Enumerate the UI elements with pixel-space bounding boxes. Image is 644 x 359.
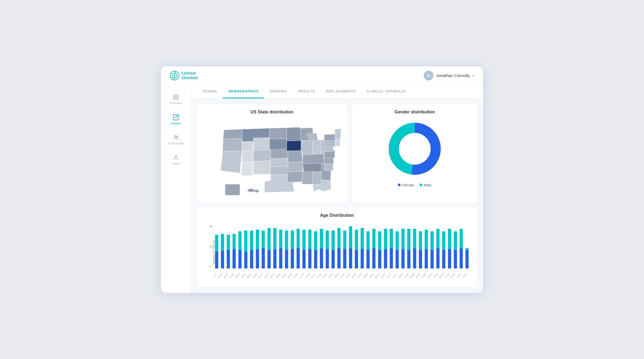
svg-text:52%: 52%: [400, 147, 407, 151]
insights-icon: [173, 114, 179, 120]
participants-icon: [173, 134, 179, 141]
svg-marker-37: [312, 140, 321, 154]
svg-rect-164: [407, 250, 410, 268]
user-section[interactable]: JC Jonathan Connolly ▾: [424, 71, 474, 81]
svg-marker-33: [287, 171, 303, 182]
svg-rect-4: [177, 95, 178, 97]
bars-svg: 007-17005-19003-21001-23099-25097-27095-…: [214, 225, 470, 282]
tab-replacements[interactable]: REPLACEMENTS: [320, 85, 361, 98]
svg-text:055-69: 055-69: [363, 273, 369, 278]
svg-rect-83: [250, 250, 253, 268]
tab-clinical-outreach[interactable]: CLINICAL OUTREACH: [361, 85, 411, 98]
donut-svg: 52% 48%: [385, 119, 445, 179]
svg-rect-76: [238, 231, 242, 250]
svg-text:031-93: 031-93: [433, 273, 438, 278]
svg-marker-52: [335, 138, 340, 146]
svg-rect-110: [302, 250, 306, 268]
svg-rect-109: [302, 230, 306, 250]
svg-rect-158: [395, 250, 399, 268]
svg-marker-21: [253, 150, 271, 161]
content-area: US State distribution: [191, 99, 483, 293]
svg-rect-169: [419, 231, 422, 250]
svg-rect-74: [233, 249, 236, 268]
svg-text:095-29: 095-29: [247, 273, 252, 278]
svg-rect-67: [221, 234, 224, 250]
svg-rect-136: [355, 230, 358, 250]
svg-rect-3: [174, 95, 175, 97]
svg-text:035-89: 035-89: [422, 273, 427, 278]
svg-rect-139: [361, 228, 364, 249]
svg-rect-98: [279, 248, 282, 268]
svg-text:003-21: 003-21: [224, 273, 229, 278]
svg-rect-53: [225, 184, 240, 195]
svg-rect-88: [262, 230, 265, 248]
svg-marker-23: [270, 128, 287, 139]
map-card: US State distribution: [196, 104, 348, 203]
svg-text:049-75: 049-75: [381, 273, 386, 278]
svg-point-10: [176, 136, 178, 137]
svg-rect-79: [244, 230, 247, 252]
svg-marker-24: [270, 138, 287, 150]
svg-rect-121: [326, 230, 329, 249]
svg-text:043-81: 043-81: [398, 273, 403, 278]
svg-rect-106: [297, 229, 300, 248]
svg-text:085-39: 085-39: [276, 273, 281, 278]
svg-marker-31: [288, 150, 303, 162]
svg-marker-19: [242, 150, 253, 162]
svg-text:001-23: 001-23: [229, 273, 234, 278]
svg-text:081-43: 081-43: [287, 273, 293, 278]
sidebar-item-users[interactable]: Users: [164, 151, 188, 168]
svg-rect-68: [221, 250, 224, 268]
svg-marker-14: [221, 151, 242, 173]
sidebar-item-participants[interactable]: Participants: [164, 131, 188, 148]
svg-rect-151: [384, 229, 387, 249]
svg-rect-133: [349, 226, 352, 248]
svg-rect-94: [273, 228, 277, 249]
svg-rect-71: [227, 250, 230, 268]
tab-shipping[interactable]: SHIPPING: [264, 85, 293, 98]
donut-legend: Female Male: [398, 183, 432, 187]
svg-rect-185: [448, 249, 451, 268]
svg-rect-128: [337, 248, 340, 268]
legend-male: Male: [420, 183, 432, 187]
svg-point-2: [174, 75, 175, 76]
sidebar-participants-label: Participants: [168, 142, 184, 145]
svg-text:087-37: 087-37: [270, 273, 275, 278]
tab-results[interactable]: RESULTS: [293, 85, 320, 98]
svg-point-8: [177, 116, 178, 116]
donut-chart: 52% 48% Female Male: [357, 119, 472, 187]
svg-rect-146: [372, 248, 376, 268]
svg-marker-18: [253, 137, 270, 151]
svg-text:047-77: 047-77: [386, 273, 392, 278]
svg-rect-112: [308, 230, 311, 249]
svg-rect-184: [448, 229, 451, 249]
svg-rect-131: [343, 249, 346, 268]
svg-text:093-31: 093-31: [253, 273, 258, 278]
svg-rect-182: [442, 250, 445, 268]
svg-rect-166: [413, 229, 416, 248]
sidebar-users-label: Users: [172, 162, 180, 165]
svg-rect-194: [465, 250, 469, 268]
svg-marker-25: [271, 149, 288, 159]
svg-rect-119: [320, 248, 323, 268]
y-tick-0: 0: [209, 265, 212, 268]
svg-text:065-59: 065-59: [334, 273, 339, 278]
svg-rect-103: [291, 230, 294, 249]
svg-rect-173: [425, 249, 428, 268]
svg-rect-122: [326, 249, 329, 268]
svg-rect-92: [267, 250, 271, 268]
svg-rect-155: [390, 248, 393, 268]
bar-chart-card: Age Distribution Number of Patients 0 20…: [196, 208, 478, 287]
svg-text:029-95: 029-95: [439, 273, 444, 278]
tab-demographics[interactable]: DEMOGRAPHICS: [223, 85, 264, 98]
svg-rect-97: [279, 230, 282, 248]
svg-text:039-85: 039-85: [410, 273, 415, 278]
tab-funnel[interactable]: FUNNEL: [197, 85, 223, 98]
sidebar-item-insights[interactable]: Insights: [164, 111, 188, 128]
svg-rect-107: [297, 248, 300, 268]
svg-rect-160: [401, 229, 405, 249]
sidebar-item-overview[interactable]: Overview: [164, 91, 188, 108]
svg-rect-154: [390, 229, 393, 248]
svg-text:077-47: 077-47: [299, 273, 304, 278]
us-map: [202, 119, 342, 198]
